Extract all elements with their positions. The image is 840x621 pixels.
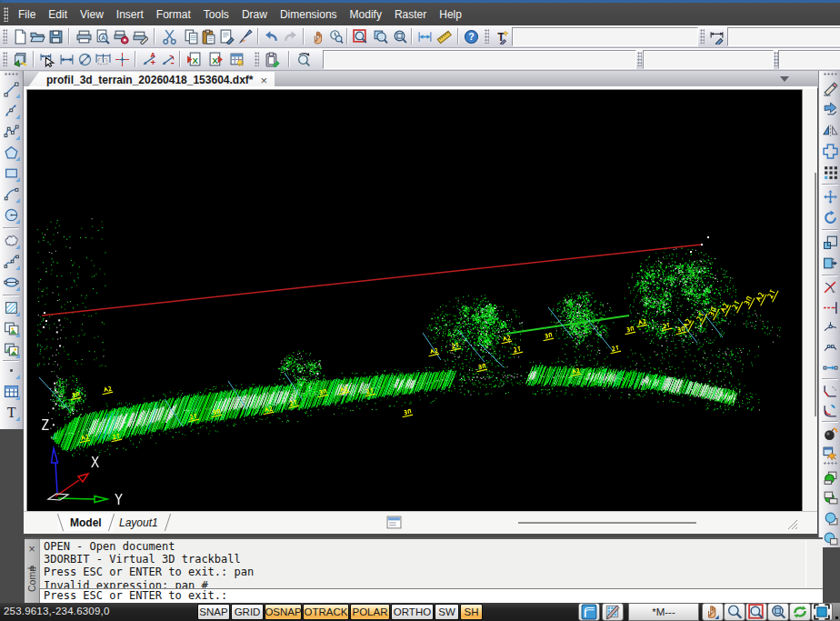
resize-grip-icon[interactable] <box>784 516 798 529</box>
layer-combo[interactable] <box>323 50 636 69</box>
trim-button[interactable] <box>821 278 840 297</box>
paste-button[interactable] <box>199 27 217 45</box>
dim-angular-plus-button[interactable]: A+ <box>140 50 158 68</box>
toggle-polar[interactable]: POLAR <box>350 604 390 620</box>
menu-tools[interactable]: Tools <box>197 5 235 25</box>
command-input[interactable]: Press ESC or ENTER to exit.: <box>39 588 823 604</box>
menu-modify[interactable]: Modify <box>344 5 388 25</box>
command-history[interactable]: OPEN - Open document3DORBIT - Virtual 3D… <box>40 540 822 588</box>
move-button[interactable] <box>821 187 840 206</box>
rotate-button[interactable] <box>821 208 840 227</box>
edit-clipboard-button[interactable] <box>263 50 281 68</box>
circle-button[interactable] <box>2 205 21 225</box>
print-preview-button[interactable]: A <box>93 27 111 45</box>
text-style-combo[interactable] <box>512 27 698 46</box>
menu-help[interactable]: Help <box>433 5 468 25</box>
status-drawing-aids-button[interactable] <box>602 603 624 621</box>
status-zoom-window-button[interactable] <box>745 603 767 621</box>
command-window-titlebar[interactable]: × Comm <box>25 539 40 603</box>
tab-model[interactable]: Model <box>58 514 114 531</box>
offset-button[interactable] <box>821 142 840 161</box>
menu-insert[interactable]: Insert <box>110 5 150 25</box>
layout-preview-icon[interactable] <box>386 515 402 528</box>
layer-properties-button[interactable] <box>11 50 29 68</box>
multiline-text-button[interactable]: T <box>2 403 21 422</box>
hatch-button[interactable] <box>2 298 21 317</box>
match-properties-button[interactable] <box>236 27 255 45</box>
text-style-button[interactable]: T <box>491 27 509 45</box>
toolbar-grip[interactable] <box>5 73 19 75</box>
menu-edit[interactable]: Edit <box>42 5 74 25</box>
status-clean-screen-button[interactable] <box>578 603 600 621</box>
find-replace-button[interactable] <box>295 50 313 68</box>
vertical-scrollbar-thumb[interactable] <box>815 173 816 416</box>
tab-list-dropdown-icon[interactable] <box>780 76 789 82</box>
table-button[interactable] <box>2 382 21 401</box>
table-update-button[interactable] <box>228 50 246 68</box>
dim-style-combo[interactable] <box>727 27 840 46</box>
draw-order-front-button[interactable] <box>821 468 840 487</box>
help-button[interactable]: ? <box>462 27 480 45</box>
fillet-button[interactable] <box>821 401 840 420</box>
mirror-button[interactable] <box>821 121 840 140</box>
dim-diameter-button[interactable] <box>75 50 94 68</box>
undo-button[interactable] <box>262 27 280 45</box>
toolbar2-grip[interactable] <box>255 52 259 66</box>
array-button[interactable] <box>821 163 840 182</box>
toggle-otrack[interactable]: OTRACK <box>303 604 349 620</box>
explode-attributes-button[interactable] <box>821 444 840 463</box>
zoom-window-button[interactable] <box>351 27 369 45</box>
tab-layout1[interactable]: Layout1 <box>107 514 170 531</box>
insert-block-button[interactable] <box>2 319 21 338</box>
toggle-sh[interactable]: SH <box>460 604 483 620</box>
pan-button[interactable] <box>308 27 326 45</box>
point-button[interactable] <box>2 361 21 380</box>
toolbar1-grip[interactable] <box>700 29 705 44</box>
status-pan-button[interactable] <box>702 603 724 621</box>
toolbar-grip[interactable] <box>824 462 838 465</box>
construction-line-button[interactable] <box>2 101 21 120</box>
menu-file[interactable]: File <box>12 5 42 25</box>
copy-button[interactable] <box>182 27 200 45</box>
color-combo[interactable] <box>643 50 774 69</box>
drawing-canvas[interactable] <box>26 89 803 512</box>
toggle-osnap[interactable]: OSNAP <box>265 604 302 620</box>
print-button[interactable] <box>75 27 93 45</box>
plot-button[interactable] <box>112 27 130 45</box>
erase-button[interactable] <box>821 79 840 98</box>
linetype-combo[interactable] <box>778 50 840 69</box>
join-button[interactable] <box>821 358 840 377</box>
extend-button[interactable] <box>821 298 840 317</box>
toolbar-grip[interactable] <box>824 73 838 75</box>
insert-image-button[interactable] <box>2 340 21 359</box>
toggle-ortho[interactable]: ORTHO <box>391 604 434 620</box>
toolbar1-grip[interactable] <box>485 29 489 44</box>
toolbar2-grip[interactable] <box>637 52 642 66</box>
arc-button[interactable] <box>2 185 21 204</box>
cut-button[interactable] <box>160 27 178 45</box>
new-button[interactable] <box>11 27 29 45</box>
status-zoom-previous-button[interactable] <box>767 603 789 621</box>
revision-cloud-button[interactable] <box>2 231 21 250</box>
status-zoom-button[interactable] <box>724 603 745 621</box>
draw-order-back-button[interactable] <box>821 488 840 507</box>
draw-order-under-button[interactable] <box>821 529 840 548</box>
zoom-center-button[interactable] <box>390 27 408 45</box>
toggle-snap[interactable]: SNAP <box>197 604 230 620</box>
spline-button[interactable] <box>2 252 21 271</box>
open-button[interactable] <box>28 27 46 45</box>
break-at-point-button[interactable] <box>821 318 840 337</box>
menu-view[interactable]: View <box>74 5 110 25</box>
toggle-sw[interactable]: SW <box>435 604 459 620</box>
copy-object-button[interactable] <box>821 100 840 119</box>
dim-baseline-button[interactable] <box>94 50 112 68</box>
horizontal-scrollbar-thumb[interactable] <box>518 522 696 524</box>
chamfer-button[interactable] <box>821 381 840 400</box>
paste-special-button[interactable] <box>217 27 235 45</box>
menu-raster[interactable]: Raster <box>388 5 433 25</box>
status-full-screen-button[interactable] <box>811 603 833 621</box>
menu-draw[interactable]: Draw <box>235 5 274 25</box>
ruler-button[interactable] <box>435 27 453 45</box>
vertical-scrollbar[interactable] <box>803 89 817 511</box>
zoom-dynamic-button[interactable] <box>371 27 389 45</box>
